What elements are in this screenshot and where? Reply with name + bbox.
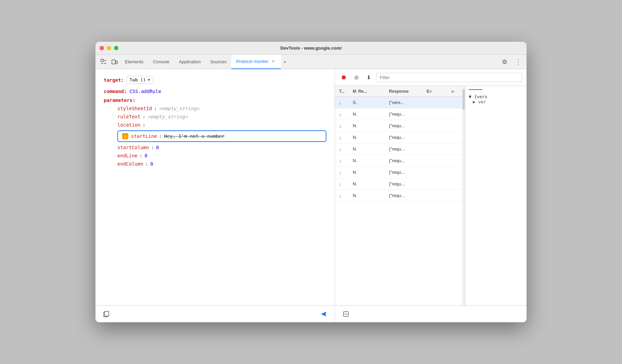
param-endLine-colon: : (140, 153, 142, 158)
filter-input[interactable] (376, 73, 522, 82)
settings-icon[interactable]: ⚙ (499, 56, 510, 67)
col-header-type: T... (338, 89, 351, 94)
param-ruleText-name: ruleText (117, 114, 140, 119)
target-label: target: (104, 77, 124, 83)
row-direction: ↓ (338, 135, 351, 140)
right-sub-panel: ▼ {vers ▶ ver (465, 86, 527, 305)
left-panel: target: Tab () ▼ command: CSS.addRule pa… (95, 69, 335, 322)
row-method: Network.re... (351, 181, 357, 186)
row-method: Network.re... (351, 123, 357, 128)
svg-rect-4 (112, 60, 115, 64)
json-line1: ▼ {vers (469, 94, 488, 99)
command-area: target: Tab () ▼ command: CSS.addRule pa… (95, 69, 335, 305)
stop-recording-button[interactable]: ⏺ (339, 73, 349, 82)
clear-button[interactable]: ⊘ (351, 73, 361, 82)
row-response: {"requ... (388, 193, 425, 198)
param-endLine: endLine : 0 (117, 153, 326, 158)
param-endLine-name: endLine (117, 153, 138, 158)
maximize-button[interactable] (114, 46, 118, 50)
param-location: location : (117, 122, 326, 128)
table-row[interactable]: ↓ Network.re... {"requ... (335, 190, 462, 202)
param-startColumn-name: startColumn (117, 145, 149, 150)
scrollbar-track[interactable] (462, 86, 465, 305)
param-styleSheetId: styleSheetId : <empty_string> (117, 106, 326, 111)
history-icon[interactable] (340, 309, 351, 320)
tab-console[interactable]: Console (148, 55, 174, 69)
tab-protocol-monitor-label: Protocol monitor (236, 59, 269, 64)
param-location-colon: : (142, 122, 145, 128)
tab-elements[interactable]: Elements (120, 55, 148, 69)
bottom-bar (95, 305, 335, 322)
table-row[interactable]: ↓ Network.re... {"requ... (335, 155, 462, 167)
command-value: CSS.addRule (129, 89, 161, 94)
param-ruleText-colon: : (142, 114, 145, 119)
download-button[interactable]: ⬇ (364, 73, 373, 82)
param-startColumn-colon: : (151, 145, 154, 150)
param-styleSheetId-colon: : (154, 106, 157, 111)
table-row[interactable]: ↓ Network.re... {"requ... (335, 143, 462, 155)
target-value: Tab () (130, 77, 146, 82)
row-method: Network.re... (351, 158, 357, 163)
command-row: command: CSS.addRule (104, 89, 326, 94)
table-row[interactable]: ↓ Network.re... {"requ... (335, 120, 462, 132)
data-table: T... Method Re... Response E≡ » ↓ Servic… (335, 86, 462, 305)
send-button[interactable] (318, 309, 329, 320)
param-location-name: location (117, 122, 140, 128)
param-ruleText-value: <empty_string> (147, 114, 188, 119)
row-response: {"requ... (388, 123, 425, 128)
row-response: {"requ... (388, 112, 425, 117)
tabs-right-actions: ⚙ ⋮ (499, 56, 524, 67)
param-endColumn-value: 0 (150, 161, 153, 167)
svg-rect-0 (101, 59, 103, 62)
row-direction: ↓ (338, 170, 351, 175)
copy-icon[interactable] (101, 309, 112, 320)
scrollbar-thumb[interactable] (463, 89, 465, 110)
table-row[interactable]: ↓ Network.re... {"requ... (335, 132, 462, 143)
tab-protocol-monitor[interactable]: Protocol monitor ✕ (231, 55, 281, 69)
row-direction: ↓ (338, 193, 351, 198)
row-method: Network.re... (351, 193, 357, 198)
target-dropdown[interactable]: Tab () ▼ (127, 76, 153, 84)
minimize-button[interactable] (107, 46, 111, 50)
device-icon[interactable] (109, 56, 120, 67)
command-label: command: (104, 89, 127, 94)
row-direction: ↓ (338, 158, 351, 164)
dropdown-arrow-icon: ▼ (148, 78, 150, 82)
main-content: target: Tab () ▼ command: CSS.addRule pa… (95, 69, 527, 322)
svg-rect-5 (116, 61, 117, 64)
param-startColumn: startColumn : 0 (117, 145, 326, 150)
table-row[interactable]: ↓ Network.re... {"requ... (335, 108, 462, 120)
inspect-icon[interactable] (98, 56, 109, 67)
devtools-window: DevTools - www.google.com/ Elements Cons… (95, 42, 527, 322)
param-startLine-highlighted[interactable]: ⚠ startLine : Hey, I'm not a number (117, 130, 326, 142)
param-startLine-name: startLine (131, 133, 157, 139)
svg-marker-8 (321, 312, 326, 316)
tab-elements-label: Elements (125, 59, 143, 64)
param-endColumn: endColumn : 0 (117, 161, 326, 167)
row-response: {"requ... (388, 135, 425, 140)
row-response: {"requ... (388, 170, 425, 175)
warning-icon: ⚠ (122, 133, 128, 139)
param-endLine-value: 0 (144, 153, 147, 158)
col-header-request: Re... (357, 89, 388, 94)
row-response: {"requ... (388, 158, 425, 163)
row-direction: ↓ (338, 146, 351, 152)
json-preview: ▼ {vers ▶ ver (469, 94, 523, 104)
tab-application[interactable]: Application (174, 55, 206, 69)
table-row[interactable]: ↓ ServiceWo... {"vers... (335, 97, 462, 108)
parameters-label: parameters: (104, 98, 135, 103)
more-tabs-button[interactable]: » (281, 59, 289, 64)
col-header-method: Method (351, 89, 357, 94)
row-response: {"requ... (388, 146, 425, 152)
tab-sources[interactable]: Sources (206, 55, 232, 69)
close-button[interactable] (100, 46, 104, 50)
close-tab-icon[interactable]: ✕ (271, 59, 276, 64)
param-ruleText: ruleText : <empty_string> (117, 114, 326, 119)
param-styleSheetId-value: <empty_string> (159, 106, 199, 111)
table-row[interactable]: ↓ Network.lo... {"requ... (335, 167, 462, 178)
table-row[interactable]: ↓ Network.re... {"requ... (335, 178, 462, 190)
svg-rect-7 (105, 311, 109, 316)
expand-columns-icon[interactable]: » (446, 88, 459, 94)
more-options-icon[interactable]: ⋮ (513, 56, 524, 67)
table-header: T... Method Re... Response E≡ » (335, 86, 462, 97)
